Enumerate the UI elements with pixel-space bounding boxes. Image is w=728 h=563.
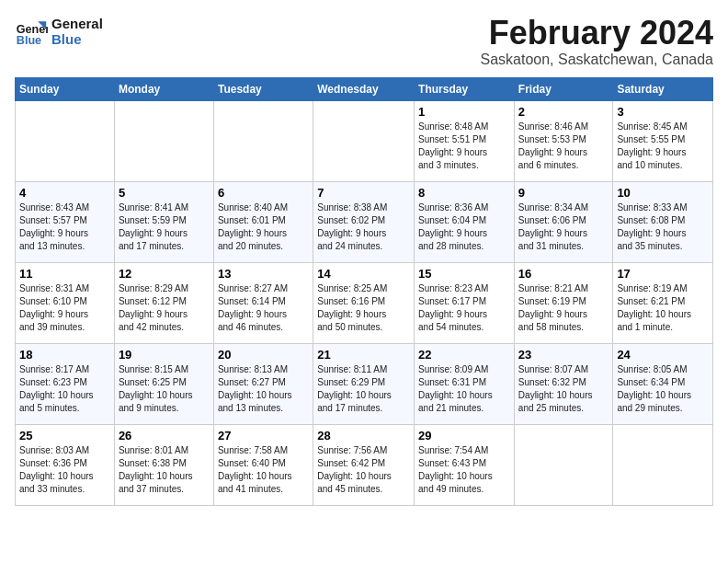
calendar-cell: 16Sunrise: 8:21 AM Sunset: 6:19 PM Dayli… bbox=[514, 262, 613, 343]
day-info: Sunrise: 7:58 AM Sunset: 6:40 PM Dayligh… bbox=[218, 444, 309, 496]
calendar-cell: 22Sunrise: 8:09 AM Sunset: 6:31 PM Dayli… bbox=[415, 343, 515, 424]
day-info: Sunrise: 8:13 AM Sunset: 6:27 PM Dayligh… bbox=[218, 363, 309, 415]
calendar-cell: 17Sunrise: 8:19 AM Sunset: 6:21 PM Dayli… bbox=[613, 262, 713, 343]
day-number: 20 bbox=[218, 348, 309, 362]
calendar-cell: 25Sunrise: 8:03 AM Sunset: 6:36 PM Dayli… bbox=[16, 424, 115, 505]
day-number: 19 bbox=[119, 348, 210, 362]
header-saturday: Saturday bbox=[613, 77, 713, 100]
day-info: Sunrise: 8:46 AM Sunset: 5:53 PM Dayligh… bbox=[518, 121, 609, 172]
calendar-cell: 5Sunrise: 8:41 AM Sunset: 5:59 PM Daylig… bbox=[114, 181, 213, 262]
calendar-cell: 2Sunrise: 8:46 AM Sunset: 5:53 PM Daylig… bbox=[514, 100, 613, 181]
day-number: 13 bbox=[218, 267, 309, 281]
day-number: 26 bbox=[119, 429, 210, 442]
day-info: Sunrise: 8:01 AM Sunset: 6:38 PM Dayligh… bbox=[119, 444, 210, 496]
calendar-cell: 28Sunrise: 7:56 AM Sunset: 6:42 PM Dayli… bbox=[313, 424, 415, 505]
calendar-cell: 7Sunrise: 8:38 AM Sunset: 6:02 PM Daylig… bbox=[313, 181, 415, 262]
calendar-cell: 1Sunrise: 8:48 AM Sunset: 5:51 PM Daylig… bbox=[415, 100, 515, 181]
logo: General Blue General Blue bbox=[15, 15, 103, 48]
day-number: 12 bbox=[119, 267, 210, 281]
day-number: 28 bbox=[317, 429, 410, 442]
day-info: Sunrise: 8:03 AM Sunset: 6:36 PM Dayligh… bbox=[19, 444, 110, 496]
day-number: 5 bbox=[119, 186, 210, 200]
day-info: Sunrise: 8:17 AM Sunset: 6:23 PM Dayligh… bbox=[19, 363, 110, 415]
day-number: 15 bbox=[418, 267, 510, 281]
header-friday: Friday bbox=[514, 77, 613, 100]
day-number: 11 bbox=[19, 267, 110, 281]
day-number: 21 bbox=[317, 348, 410, 362]
day-number: 2 bbox=[518, 105, 609, 119]
day-info: Sunrise: 8:40 AM Sunset: 6:01 PM Dayligh… bbox=[218, 201, 309, 253]
calendar-cell bbox=[313, 100, 415, 181]
calendar-header-row: SundayMondayTuesdayWednesdayThursdayFrid… bbox=[16, 77, 713, 100]
calendar-cell bbox=[613, 424, 713, 505]
calendar-cell: 18Sunrise: 8:17 AM Sunset: 6:23 PM Dayli… bbox=[16, 343, 115, 424]
day-info: Sunrise: 8:41 AM Sunset: 5:59 PM Dayligh… bbox=[119, 201, 210, 253]
header-sunday: Sunday bbox=[16, 77, 115, 100]
calendar-cell bbox=[514, 424, 613, 505]
calendar-cell: 4Sunrise: 8:43 AM Sunset: 5:57 PM Daylig… bbox=[16, 181, 115, 262]
calendar-cell: 14Sunrise: 8:25 AM Sunset: 6:16 PM Dayli… bbox=[313, 262, 415, 343]
day-info: Sunrise: 8:29 AM Sunset: 6:12 PM Dayligh… bbox=[119, 282, 210, 334]
day-info: Sunrise: 8:27 AM Sunset: 6:14 PM Dayligh… bbox=[218, 282, 309, 334]
day-number: 22 bbox=[418, 348, 510, 362]
calendar-cell: 3Sunrise: 8:45 AM Sunset: 5:55 PM Daylig… bbox=[613, 100, 713, 181]
calendar-week-1: 1Sunrise: 8:48 AM Sunset: 5:51 PM Daylig… bbox=[16, 100, 713, 181]
header-wednesday: Wednesday bbox=[313, 77, 415, 100]
day-info: Sunrise: 8:05 AM Sunset: 6:34 PM Dayligh… bbox=[617, 363, 709, 415]
calendar-cell: 19Sunrise: 8:15 AM Sunset: 6:25 PM Dayli… bbox=[114, 343, 213, 424]
header-monday: Monday bbox=[114, 77, 213, 100]
calendar-week-4: 18Sunrise: 8:17 AM Sunset: 6:23 PM Dayli… bbox=[16, 343, 713, 424]
header-tuesday: Tuesday bbox=[213, 77, 313, 100]
logo-blue: Blue bbox=[51, 31, 103, 47]
day-info: Sunrise: 8:48 AM Sunset: 5:51 PM Dayligh… bbox=[418, 121, 510, 172]
logo-icon: General Blue bbox=[15, 15, 48, 48]
calendar-cell: 10Sunrise: 8:33 AM Sunset: 6:08 PM Dayli… bbox=[613, 181, 713, 262]
day-number: 8 bbox=[418, 186, 510, 200]
calendar-cell: 9Sunrise: 8:34 AM Sunset: 6:06 PM Daylig… bbox=[514, 181, 613, 262]
calendar-cell: 15Sunrise: 8:23 AM Sunset: 6:17 PM Dayli… bbox=[415, 262, 515, 343]
day-number: 6 bbox=[218, 186, 309, 200]
day-number: 23 bbox=[518, 348, 609, 362]
day-info: Sunrise: 8:45 AM Sunset: 5:55 PM Dayligh… bbox=[617, 121, 709, 172]
day-number: 29 bbox=[418, 429, 510, 442]
day-number: 16 bbox=[518, 267, 609, 281]
calendar-cell bbox=[213, 100, 313, 181]
calendar-cell: 26Sunrise: 8:01 AM Sunset: 6:38 PM Dayli… bbox=[114, 424, 213, 505]
day-number: 24 bbox=[617, 348, 709, 362]
day-info: Sunrise: 8:34 AM Sunset: 6:06 PM Dayligh… bbox=[518, 201, 609, 253]
day-info: Sunrise: 8:36 AM Sunset: 6:04 PM Dayligh… bbox=[418, 201, 510, 253]
page-header: General Blue General Blue February 2024 … bbox=[15, 15, 713, 68]
location: Saskatoon, Saskatchewan, Canada bbox=[481, 52, 714, 68]
title-area: February 2024 Saskatoon, Saskatchewan, C… bbox=[481, 15, 714, 68]
calendar-cell bbox=[114, 100, 213, 181]
day-info: Sunrise: 8:33 AM Sunset: 6:08 PM Dayligh… bbox=[617, 201, 709, 253]
day-number: 27 bbox=[218, 429, 309, 442]
calendar-cell: 29Sunrise: 7:54 AM Sunset: 6:43 PM Dayli… bbox=[415, 424, 515, 505]
svg-text:Blue: Blue bbox=[17, 34, 41, 47]
day-info: Sunrise: 8:31 AM Sunset: 6:10 PM Dayligh… bbox=[19, 282, 110, 334]
calendar-week-3: 11Sunrise: 8:31 AM Sunset: 6:10 PM Dayli… bbox=[16, 262, 713, 343]
month-title: February 2024 bbox=[481, 15, 714, 52]
logo-general: General bbox=[51, 16, 103, 31]
day-info: Sunrise: 8:19 AM Sunset: 6:21 PM Dayligh… bbox=[617, 282, 709, 334]
day-number: 4 bbox=[19, 186, 110, 200]
day-number: 9 bbox=[518, 186, 609, 200]
day-number: 17 bbox=[617, 267, 709, 281]
calendar-table: SundayMondayTuesdayWednesdayThursdayFrid… bbox=[15, 77, 713, 506]
day-info: Sunrise: 8:15 AM Sunset: 6:25 PM Dayligh… bbox=[119, 363, 210, 415]
day-number: 18 bbox=[19, 348, 110, 362]
calendar-cell: 6Sunrise: 8:40 AM Sunset: 6:01 PM Daylig… bbox=[213, 181, 313, 262]
calendar-cell: 24Sunrise: 8:05 AM Sunset: 6:34 PM Dayli… bbox=[613, 343, 713, 424]
calendar-week-5: 25Sunrise: 8:03 AM Sunset: 6:36 PM Dayli… bbox=[16, 424, 713, 505]
day-info: Sunrise: 8:11 AM Sunset: 6:29 PM Dayligh… bbox=[317, 363, 410, 415]
day-info: Sunrise: 7:54 AM Sunset: 6:43 PM Dayligh… bbox=[418, 444, 510, 496]
calendar-cell: 13Sunrise: 8:27 AM Sunset: 6:14 PM Dayli… bbox=[213, 262, 313, 343]
day-number: 3 bbox=[617, 105, 709, 119]
day-info: Sunrise: 8:09 AM Sunset: 6:31 PM Dayligh… bbox=[418, 363, 510, 415]
day-info: Sunrise: 8:23 AM Sunset: 6:17 PM Dayligh… bbox=[418, 282, 510, 334]
calendar-week-2: 4Sunrise: 8:43 AM Sunset: 5:57 PM Daylig… bbox=[16, 181, 713, 262]
calendar-cell: 20Sunrise: 8:13 AM Sunset: 6:27 PM Dayli… bbox=[213, 343, 313, 424]
day-number: 7 bbox=[317, 186, 410, 200]
day-number: 14 bbox=[317, 267, 410, 281]
day-info: Sunrise: 8:38 AM Sunset: 6:02 PM Dayligh… bbox=[317, 201, 410, 253]
